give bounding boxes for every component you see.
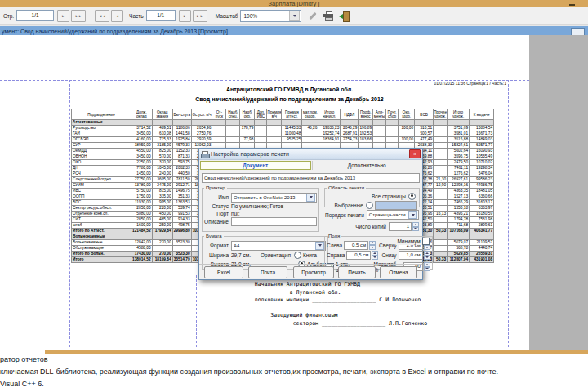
column-header: мат.пом. оздор. — [302, 109, 318, 120]
window-titlebar[interactable]: Зарплата [Dmitry ] — [0, 0, 588, 7]
print-order-select[interactable]: Страница-части — [367, 210, 419, 220]
selected-pages-radio[interactable] — [366, 202, 373, 209]
caption-line: Visual C++ 6. — [0, 378, 588, 390]
copies-stepper[interactable] — [412, 222, 419, 231]
report-title: Свод начислений/удержаний по подразделен… — [71, 96, 508, 102]
preview-button[interactable]: Просмотр — [293, 266, 334, 278]
paper-format-value: А4 — [232, 243, 315, 248]
minimize-icon[interactable] — [569, 4, 575, 6]
chevron-down-icon[interactable] — [306, 194, 315, 202]
column-header: Проф. взнос — [359, 109, 373, 120]
margin-top-label: Сверху — [379, 243, 397, 248]
last-part-button[interactable]: ►► — [193, 10, 207, 22]
dialog-title: Настройка парамеров печати — [211, 151, 289, 157]
mail-button[interactable]: Почта — [248, 266, 287, 278]
print-button[interactable] — [322, 9, 335, 22]
zoom-label: Масштаб — [216, 13, 238, 19]
table-row: Руководство3714,52489,511186,862654,9617… — [72, 126, 494, 131]
tab-document[interactable]: Документ — [200, 161, 311, 170]
next-page-button[interactable]: ► — [57, 10, 69, 22]
tab-advanced[interactable]: Дополнительно — [312, 161, 422, 170]
print-settings-icon — [201, 151, 208, 158]
margin-right-field[interactable]: 0,5 см — [346, 251, 371, 260]
column-header: Вы- слуга — [172, 109, 191, 120]
dialog-titlebar[interactable]: Настройка парамеров печати x — [199, 149, 422, 160]
printer-port-value: nul: — [231, 211, 239, 216]
paper-width-value: 29,7 см. — [231, 252, 257, 258]
margin-bottom-stepper[interactable] — [424, 251, 430, 260]
window-title: Зарплата [Dmitry ] — [269, 0, 320, 7]
all-pages-radio[interactable] — [408, 193, 416, 200]
column-header: К выдаче — [470, 109, 494, 120]
column-header: Почт. сбор — [386, 109, 399, 120]
printer-port-label: Порт — [204, 211, 231, 216]
chevron-down-icon[interactable] — [289, 11, 300, 21]
column-header: Подразделение — [72, 109, 131, 120]
column-header: Прочие удерж. — [434, 109, 448, 120]
printer-name-label: Имя — [204, 194, 231, 200]
excel-button[interactable]: Excel — [204, 266, 243, 278]
printer-status-label: Статус — [204, 203, 231, 209]
printer-group-legend: Принтер — [204, 185, 227, 190]
margin-right-stepper[interactable] — [372, 251, 378, 260]
copies-label: Число копий — [355, 224, 386, 229]
selected-pages-label: Выбранные — [335, 203, 363, 208]
first-part-button[interactable]: ◄◄ — [95, 10, 109, 22]
copies-field[interactable]: 1 — [389, 222, 412, 231]
page-margin-line — [69, 80, 70, 347]
margin-bottom-field[interactable]: 1,0 см — [399, 251, 423, 260]
margin-left-field[interactable]: 0,5 см — [344, 241, 368, 250]
dialog-tabs: Документ Дополнительно — [199, 160, 422, 172]
close-icon[interactable]: x — [409, 149, 421, 158]
table-row: ОГСБЭП4160,00715,331925,842920,5977,9895… — [72, 137, 494, 143]
zoom-value: 100% — [241, 13, 288, 19]
printer-icon — [323, 11, 333, 20]
caption-text: ратор отчетов ключаемая DLL-библиотека, … — [0, 354, 588, 390]
printer-desc-label: Описание — [204, 219, 231, 225]
scale-stepper[interactable] — [424, 262, 430, 271]
part-input[interactable]: 1/1 — [146, 10, 176, 21]
column-header: Али- менты — [373, 109, 386, 120]
paper-format-select[interactable]: А4 — [231, 241, 326, 251]
printer-desc-field[interactable] — [231, 217, 317, 226]
prev-part-button[interactable]: ◄ — [111, 10, 123, 22]
column-header: Оклад звания — [152, 109, 172, 120]
next-part-button[interactable]: ► — [179, 10, 191, 22]
caption-line: ключаемая DLL-библиотека, реализующая фу… — [0, 366, 588, 378]
document-name-field[interactable]: Свод начислений/удержаний по подразделен… — [202, 173, 420, 183]
report-meta: 01/07/2015 11:36 Страница:1 / Часть:1 — [434, 81, 506, 86]
preview-toolbar: Стр. 1/1 ► ►► ◄◄ ◄ Часть 1/1 ► ►► Масшта… — [0, 7, 588, 24]
orientation-label: Ориентация — [261, 252, 291, 258]
exit-button[interactable] — [337, 9, 350, 22]
margin-left-stepper[interactable] — [369, 241, 376, 250]
column-header: Надб. спец. — [226, 109, 240, 120]
chevron-down-icon[interactable] — [408, 211, 417, 219]
dialog-buttons: Excel Почта Просмотр Печать Отмена — [199, 264, 422, 279]
print-settings-dialog: Настройка парамеров печати x Документ До… — [198, 148, 423, 280]
table-row: ГАИ3450,00610,081441,582750,7611000,4819… — [72, 131, 494, 137]
report-organization: Антрацитовский ГО ГУМВД в Луганской обл. — [71, 87, 508, 92]
column-header: Ос.усл. в/ч — [191, 109, 212, 120]
page-input[interactable]: 1/1 — [16, 10, 54, 21]
margins-group-legend: Поля — [327, 234, 341, 238]
printer-name-value: Отправить в OneNote 2013 — [232, 195, 306, 200]
last-page-button[interactable]: ►► — [71, 10, 86, 22]
zoom-select[interactable]: 100% — [240, 10, 301, 22]
paper-width-label: Ширина — [204, 252, 231, 258]
printer-select[interactable]: Отправить в OneNote 2013 — [231, 193, 317, 203]
column-header: Доп. ИВС — [255, 109, 267, 120]
margin-bottom-label: Снизу — [381, 252, 396, 258]
cancel-button[interactable]: Отмена — [380, 266, 417, 278]
print-area-group: Область печати Все страницы Выбранные — [324, 185, 420, 207]
edit-button[interactable] — [306, 9, 319, 22]
minimum-checkbox[interactable] — [422, 238, 430, 245]
page-margin-line — [196, 275, 197, 347]
printer-group: Принтер Имя Отправить в OneNote 2013 Ста… — [202, 185, 319, 232]
minimum-label: Минимум — [397, 238, 420, 244]
caption-line: ратор отчетов — [0, 354, 588, 366]
print-button-dialog[interactable]: Печать — [338, 266, 376, 278]
column-header: Окр. здор. — [399, 109, 415, 120]
column-header: От- пуск — [212, 109, 226, 120]
table-row: Аттестованные — [72, 120, 494, 126]
portrait-radio[interactable] — [294, 252, 301, 259]
